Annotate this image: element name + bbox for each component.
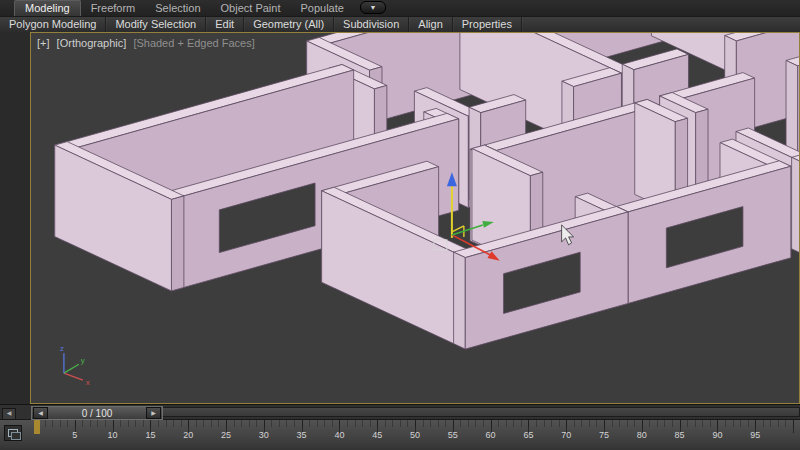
building-walls (55, 33, 799, 349)
previous-frame-button[interactable]: ◀ (33, 407, 48, 419)
tab-modeling[interactable]: Modeling (14, 0, 81, 16)
left-gutter (0, 32, 30, 404)
viewport-plus-menu[interactable]: [+] (37, 37, 50, 49)
tripod-z-label: z (60, 344, 64, 353)
ruler-label: 10 (108, 430, 118, 440)
time-slider-scroll-left-button[interactable]: ◀ (2, 408, 16, 420)
ruler-label: 90 (712, 430, 722, 440)
viewport-orthographic[interactable]: [+] [Orthographic] [Shaded + Edged Faces… (30, 32, 800, 404)
ruler-label: 35 (297, 430, 307, 440)
main-area: [+] [Orthographic] [Shaded + Edged Faces… (0, 32, 800, 404)
viewport-shading-menu[interactable]: [Shaded + Edged Faces] (133, 37, 254, 49)
panel-button-properties[interactable]: Properties (453, 17, 522, 32)
ruler-label: 30 (259, 430, 269, 440)
tripod-x-label: x (86, 378, 90, 387)
panel-button-edit[interactable]: Edit (206, 17, 244, 32)
ruler-label: 20 (183, 430, 193, 440)
ruler-label: 85 (675, 430, 685, 440)
ribbon-panel-bar: Polygon Modeling Modify Selection Edit G… (0, 17, 800, 33)
ruler-label: 15 (145, 430, 155, 440)
time-slider-handle[interactable]: ◀ 0 / 100 ▶ (31, 406, 163, 420)
panel-button-geometry-all[interactable]: Geometry (All) (244, 17, 334, 32)
ruler-label: 45 (372, 430, 382, 440)
viewport-label: [+] [Orthographic] [Shaded + Edged Faces… (37, 37, 259, 49)
panel-button-subdivision[interactable]: Subdivision (334, 17, 409, 32)
chevron-down-icon: ▼ (369, 4, 376, 11)
ruler-label: 5 (72, 430, 77, 440)
next-frame-button[interactable]: ▶ (146, 407, 161, 419)
ruler-label: 40 (334, 430, 344, 440)
current-frame-display: 0 / 100 (82, 408, 113, 419)
current-frame-marker[interactable] (34, 420, 40, 434)
world-axis-tripod: x y z (60, 344, 90, 387)
tab-populate[interactable]: Populate (290, 1, 353, 16)
tab-object-paint[interactable]: Object Paint (211, 1, 291, 16)
ruler-label: 80 (637, 430, 647, 440)
time-slider-bar: ◀ ◀ 0 / 100 ▶ (0, 404, 800, 420)
panel-button-modify-selection[interactable]: Modify Selection (106, 17, 206, 32)
ruler-label: 50 (410, 430, 420, 440)
ruler-label: 65 (523, 430, 533, 440)
ruler-label: 70 (561, 430, 571, 440)
open-mini-curve-editor-button[interactable] (4, 425, 22, 441)
ruler-label: 55 (448, 430, 458, 440)
tripod-y-label: y (81, 356, 85, 365)
ruler-label: 75 (599, 430, 609, 440)
viewport-3d-scene[interactable]: x y z (31, 33, 799, 403)
track-bar: 5101520253035404550556065707580859095 (0, 420, 800, 450)
ruler-label: 60 (486, 430, 496, 440)
panel-button-align[interactable]: Align (409, 17, 452, 32)
ruler-label: 25 (221, 430, 231, 440)
ruler-label: 95 (750, 430, 760, 440)
ruler-track[interactable]: 5101520253035404550556065707580859095 (31, 420, 800, 450)
panel-button-polygon-modeling[interactable]: Polygon Modeling (0, 17, 106, 32)
tab-selection[interactable]: Selection (145, 1, 210, 16)
ribbon-overflow-button[interactable]: ▼ (360, 1, 386, 14)
viewport-pov-menu[interactable]: [Orthographic] (57, 37, 127, 49)
ribbon-tab-bar: Modeling Freeform Selection Object Paint… (0, 0, 800, 17)
curve-editor-icon (11, 432, 21, 440)
tab-freeform[interactable]: Freeform (81, 1, 146, 16)
